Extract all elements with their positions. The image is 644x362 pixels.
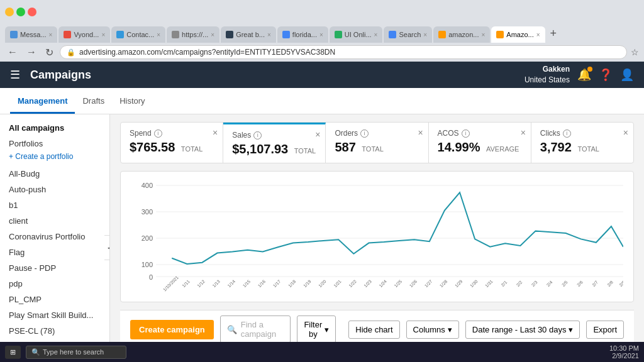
spend-info-icon[interactable]: i [154, 129, 162, 138]
svg-text:1/14: 1/14 [227, 279, 236, 288]
bookmark-icon[interactable]: ☆ [631, 47, 639, 57]
taskbar-search[interactable]: 🔍 Type here to search [26, 346, 126, 359]
close-window-button[interactable] [28, 8, 36, 16]
clicks-info-icon[interactable]: i [563, 129, 571, 138]
svg-text:400: 400 [142, 182, 153, 189]
help-icon[interactable]: ❓ [599, 68, 613, 82]
taskbar-clock: 10:30 PM 2/9/2021 [609, 344, 639, 359]
address-bar-row: ← → ↻ 🔒 advertising.amazon.com/cm/campai… [0, 43, 644, 62]
tab-close-7[interactable]: × [423, 31, 427, 38]
tab-close-1[interactable]: × [101, 31, 105, 38]
date-chevron-icon: ▾ [569, 325, 573, 334]
create-portfolio-link[interactable]: + Create a portfolio [0, 151, 109, 166]
sidebar-collapse-button[interactable]: ◀ [104, 235, 110, 260]
campaign-search-input[interactable]: 🔍 Find a campaign [220, 315, 291, 343]
tab-drafts[interactable]: Drafts [75, 90, 112, 114]
svg-text:1/16: 1/16 [257, 279, 267, 288]
hide-chart-button[interactable]: Hide chart [348, 321, 399, 339]
sidebar-item-pause-pdp[interactable]: Pause - PDP [0, 260, 109, 276]
app-container: ☰ Campaigns Gakken United States 🔔 ❓ 👤 M… [0, 62, 644, 362]
spend-close-button[interactable]: × [213, 128, 218, 138]
tab-close-6[interactable]: × [374, 31, 378, 38]
sidebar-item-pse-cl[interactable]: PSE-CL (78) [0, 323, 109, 339]
tab-close-0[interactable]: × [49, 31, 53, 38]
sidebar-item-play-smart[interactable]: Play Smart Skill Build... [0, 307, 109, 323]
svg-text:1/25: 1/25 [394, 279, 403, 288]
date-range-button[interactable]: Date range - Last 30 days ▾ [465, 321, 580, 339]
svg-text:1/29: 1/29 [454, 279, 464, 288]
metric-cards: Spend i $765.58 TOTAL × Sales i [120, 122, 634, 163]
orders-close-button[interactable]: × [418, 128, 423, 138]
svg-text:1/18: 1/18 [287, 279, 297, 288]
export-button[interactable]: Export [586, 321, 624, 339]
browser-tab-1[interactable]: Vyond... × [58, 26, 110, 43]
forward-button[interactable]: → [24, 45, 39, 59]
acos-close-button[interactable]: × [521, 128, 526, 138]
metric-card-spend: Spend i $765.58 TOTAL × [121, 123, 223, 163]
sidebar-item-pl-cmp[interactable]: PL_CMP [0, 292, 109, 307]
columns-button[interactable]: Columns ▾ [406, 321, 459, 339]
svg-text:1/10/2021: 1/10/2021 [162, 275, 179, 292]
tab-close-2[interactable]: × [157, 31, 160, 38]
svg-text:2/1: 2/1 [501, 280, 508, 287]
browser-tab-7[interactable]: Search × [384, 26, 432, 43]
tab-close-9[interactable]: × [536, 31, 540, 38]
sales-info-icon[interactable]: i [253, 131, 262, 140]
chart-container: 400 300 200 100 0 1/10/2021 1/11 1/12 1/… [120, 171, 634, 302]
browser-tab-9[interactable]: Amazo... × [491, 26, 545, 43]
browser-chrome [0, 0, 644, 24]
browser-tab-0[interactable]: Messa... × [5, 26, 57, 43]
hamburger-menu-button[interactable]: ☰ [10, 68, 20, 82]
sidebar-category-portfolios: Portfolios [0, 136, 109, 151]
metric-card-sales: Sales i $5,107.93 TOTAL × [223, 123, 326, 163]
tab-close-8[interactable]: × [481, 31, 485, 38]
tab-management[interactable]: Management [10, 90, 75, 114]
notifications-icon[interactable]: 🔔 [577, 68, 591, 82]
browser-tab-5[interactable]: florida... × [277, 26, 328, 43]
tab-history[interactable]: History [112, 90, 152, 114]
sidebar-item-pdp[interactable]: pdp [0, 276, 109, 292]
sidebar-item-b1[interactable]: b1 [0, 197, 109, 213]
clicks-close-button[interactable]: × [623, 128, 628, 138]
metric-title-orders: Orders i [335, 129, 419, 138]
line-chart: 400 300 200 100 0 1/10/2021 1/11 1/12 1/… [131, 179, 623, 292]
maximize-button[interactable] [16, 8, 25, 16]
tab-close-5[interactable]: × [319, 31, 323, 38]
tab-label: Vyond... [74, 31, 99, 38]
sidebar-item-flag[interactable]: Flag [0, 244, 109, 260]
sidebar-item-coronavirus[interactable]: Coronavirus Portfolio [0, 229, 109, 244]
right-panel: Spend i $765.58 TOTAL × Sales i [110, 114, 644, 362]
tab-close-3[interactable]: × [211, 31, 214, 38]
svg-text:1/17: 1/17 [272, 279, 282, 288]
filter-by-button[interactable]: Filter by ▾ [297, 315, 336, 343]
address-bar[interactable]: 🔒 advertising.amazon.com/cm/campaigns?en… [60, 45, 627, 59]
sales-close-button[interactable]: × [315, 129, 320, 140]
browser-tab-6[interactable]: UI Onli... × [330, 26, 383, 43]
browser-tab-3[interactable]: https://... × [167, 26, 219, 43]
tab-label: UI Onli... [345, 31, 372, 38]
create-campaign-button[interactable]: Create campaign [130, 320, 214, 339]
reload-button[interactable]: ↻ [43, 45, 56, 60]
user-region: United States [525, 75, 570, 85]
window-controls [5, 8, 36, 16]
new-tab-button[interactable]: + [547, 27, 561, 40]
start-button[interactable]: ⊞ [5, 346, 21, 359]
svg-text:1/22: 1/22 [348, 279, 357, 288]
browser-tab-8[interactable]: amazon... × [433, 26, 490, 43]
svg-text:2/6: 2/6 [576, 280, 584, 287]
acos-info-icon[interactable]: i [462, 129, 470, 138]
sidebar-item-auto-push[interactable]: Auto-push [0, 182, 109, 197]
metric-title-acos: ACOS i [438, 129, 522, 138]
minimize-button[interactable] [5, 8, 14, 16]
back-button[interactable]: ← [5, 45, 20, 59]
svg-text:1/31: 1/31 [484, 279, 494, 288]
sidebar-item-all-budg[interactable]: All-Budg [0, 166, 109, 182]
orders-info-icon[interactable]: i [360, 129, 369, 138]
sidebar-item-client[interactable]: client [0, 213, 109, 229]
tab-close-4[interactable]: × [267, 31, 271, 38]
browser-tab-4[interactable]: Great b... × [221, 26, 276, 43]
svg-text:1/26: 1/26 [409, 279, 418, 288]
metric-title-clicks: Clicks i [540, 129, 625, 138]
account-icon[interactable]: 👤 [620, 68, 634, 82]
browser-tab-2[interactable]: Contac... × [111, 26, 165, 43]
